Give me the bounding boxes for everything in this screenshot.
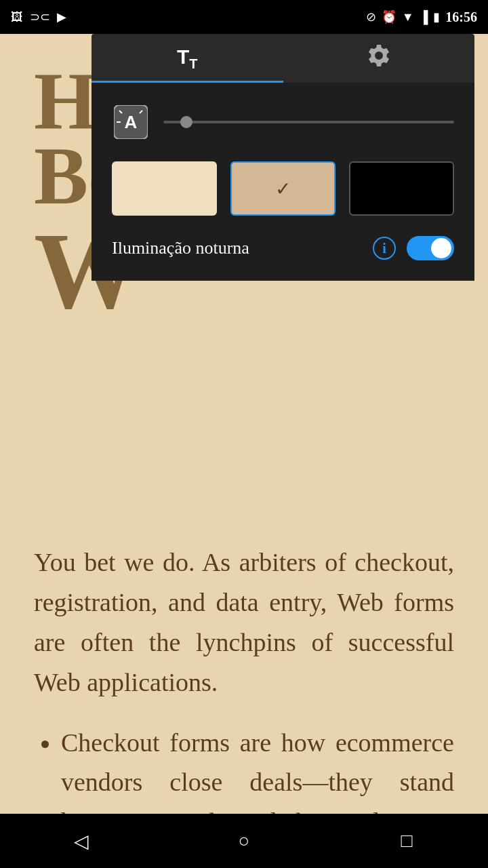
brightness-slider[interactable]: [163, 121, 454, 123]
alarm-icon: ⏰: [382, 9, 396, 24]
home-button[interactable]: ○: [224, 821, 264, 861]
night-light-label: Iluminação noturna: [112, 238, 362, 258]
signal-icon: ▐: [420, 10, 428, 24]
paragraph-1: You bet we do. As arbiters of checkout, …: [34, 542, 454, 703]
night-light-row: Iluminação noturna i: [112, 236, 454, 260]
night-light-info-button[interactable]: i: [373, 237, 396, 260]
recents-icon: □: [401, 830, 413, 852]
panel-body: A ✓ Iluminação noturna: [92, 83, 474, 281]
back-button[interactable]: ◁: [61, 821, 102, 861]
brightness-thumb: [180, 116, 192, 128]
wifi-icon: ▼: [402, 10, 414, 24]
gear-icon: [367, 43, 391, 74]
status-icons-right: ⊘ ⏰ ▼ ▐ ▮ 16:56: [366, 9, 477, 25]
voicemail-icon: ⊃⊂: [30, 9, 50, 24]
bottom-nav: ◁ ○ □: [0, 814, 488, 868]
night-light-toggle[interactable]: [407, 236, 454, 260]
sepia-check-icon: ✓: [275, 178, 291, 200]
back-icon: ◁: [74, 830, 89, 852]
theme-button-dark[interactable]: [349, 161, 454, 216]
brightness-row: A: [112, 103, 454, 141]
typography-icon: TT: [177, 45, 198, 72]
recents-button[interactable]: □: [386, 821, 427, 861]
overlay-panel: TT A: [92, 34, 474, 281]
home-icon: ○: [239, 830, 250, 852]
theme-button-sepia[interactable]: ✓: [230, 161, 336, 216]
battery-icon: ▮: [433, 9, 440, 24]
tab-display-settings[interactable]: [283, 34, 475, 83]
theme-button-light[interactable]: [112, 161, 217, 216]
svg-text:A: A: [125, 112, 138, 132]
status-bar: 🖼 ⊃⊂ ▶ ⊘ ⏰ ▼ ▐ ▮ 16:56: [0, 0, 488, 34]
auto-brightness-icon[interactable]: A: [112, 103, 150, 141]
theme-buttons: ✓: [112, 161, 454, 216]
status-time: 16:56: [445, 9, 477, 25]
blocked-icon: ⊘: [366, 9, 376, 24]
image-icon: 🖼: [11, 10, 23, 24]
tab-typography[interactable]: TT: [92, 34, 283, 83]
toggle-knob: [431, 238, 451, 258]
play-icon: ▶: [57, 9, 66, 24]
info-icon-text: i: [382, 241, 386, 256]
status-icons-left: 🖼 ⊃⊂ ▶: [11, 9, 66, 24]
panel-tabs: TT: [92, 34, 474, 83]
